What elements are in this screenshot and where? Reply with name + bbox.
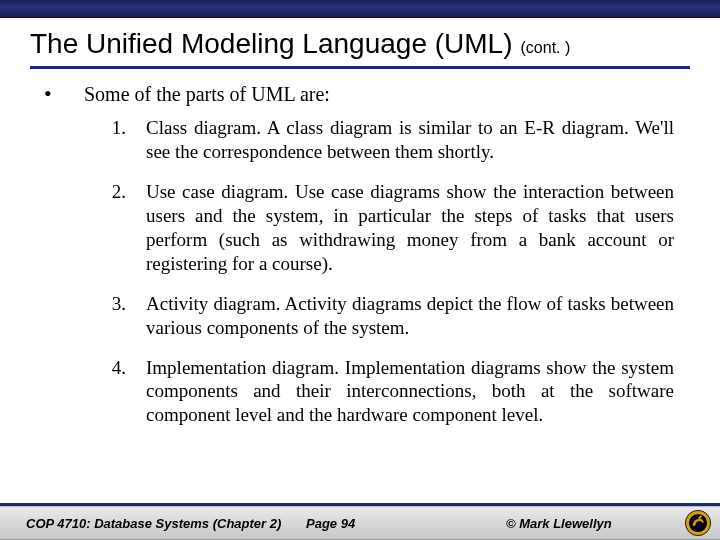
item-number: 1.: [104, 116, 126, 164]
item-number: 3.: [104, 292, 126, 340]
svg-point-1: [689, 514, 707, 532]
footer-course: COP 4710: Database Systems (Chapter 2): [26, 516, 306, 531]
content-area: • Some of the parts of UML are: 1. Class…: [0, 69, 720, 427]
slide-title: The Unified Modeling Language (UML): [30, 28, 513, 60]
list-item: 1. Class diagram. A class diagram is sim…: [104, 116, 674, 164]
item-text: Activity diagram. Activity diagrams depi…: [146, 292, 674, 340]
intro-text: Some of the parts of UML are:: [84, 83, 330, 106]
footer-page: Page 94: [306, 516, 466, 531]
numbered-list: 1. Class diagram. A class diagram is sim…: [44, 116, 680, 427]
top-accent-bar: [0, 0, 720, 18]
list-item: 2. Use case diagram. Use case diagrams s…: [104, 180, 674, 276]
item-text: Use case diagram. Use case diagrams show…: [146, 180, 674, 276]
item-number: 4.: [104, 356, 126, 428]
pegasus-logo-icon: [684, 509, 712, 537]
item-text: Implementation diagram. Implementation d…: [146, 356, 674, 428]
list-item: 3. Activity diagram. Activity diagrams d…: [104, 292, 674, 340]
intro-row: • Some of the parts of UML are:: [44, 83, 680, 106]
footer-bar: COP 4710: Database Systems (Chapter 2) P…: [0, 506, 720, 540]
item-number: 2.: [104, 180, 126, 276]
footer-copyright: © Mark Llewellyn: [466, 516, 706, 531]
item-text: Class diagram. A class diagram is simila…: [146, 116, 674, 164]
slide-title-continuation: (cont. ): [521, 39, 571, 57]
list-item: 4. Implementation diagram. Implementatio…: [104, 356, 674, 428]
footer: COP 4710: Database Systems (Chapter 2) P…: [0, 503, 720, 540]
title-row: The Unified Modeling Language (UML) (con…: [0, 18, 720, 66]
bullet-icon: •: [44, 83, 56, 105]
